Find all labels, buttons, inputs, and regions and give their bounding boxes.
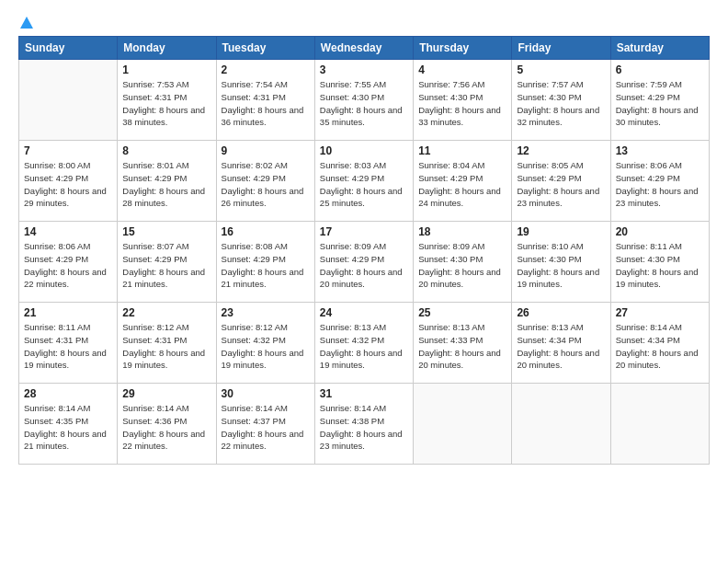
day-number: 2 <box>222 63 310 76</box>
day-number: 13 <box>616 144 704 157</box>
day-cell: 17 Sunrise: 8:09 AMSunset: 4:29 PMDaylig… <box>314 222 413 303</box>
day-info: Sunrise: 8:14 AMSunset: 4:38 PMDaylight:… <box>320 402 408 453</box>
day-info: Sunrise: 8:09 AMSunset: 4:30 PMDaylight:… <box>418 240 506 291</box>
day-number: 18 <box>418 225 506 238</box>
day-number: 22 <box>122 306 210 319</box>
weekday-header-monday: Monday <box>118 37 216 60</box>
day-number: 19 <box>517 225 605 238</box>
day-info: Sunrise: 8:08 AMSunset: 4:29 PMDaylight:… <box>222 240 310 291</box>
day-number: 7 <box>24 144 112 157</box>
weekday-header-friday: Friday <box>512 37 610 60</box>
day-cell: 15 Sunrise: 8:07 AMSunset: 4:29 PMDaylig… <box>118 222 216 303</box>
day-cell <box>610 384 709 465</box>
day-number: 23 <box>222 306 310 319</box>
day-cell: 26 Sunrise: 8:13 AMSunset: 4:34 PMDaylig… <box>512 303 610 384</box>
day-number: 20 <box>616 225 704 238</box>
day-cell: 24 Sunrise: 8:13 AMSunset: 4:32 PMDaylig… <box>314 303 413 384</box>
day-number: 25 <box>418 306 506 319</box>
day-info: Sunrise: 8:14 AMSunset: 4:36 PMDaylight:… <box>122 402 210 453</box>
week-row-2: 7 Sunrise: 8:00 AMSunset: 4:29 PMDayligh… <box>19 141 710 222</box>
day-info: Sunrise: 8:11 AMSunset: 4:31 PMDaylight:… <box>24 321 112 372</box>
day-number: 1 <box>122 63 210 76</box>
day-info: Sunrise: 8:13 AMSunset: 4:34 PMDaylight:… <box>517 321 605 372</box>
header <box>18 17 710 27</box>
week-row-1: 1 Sunrise: 7:53 AMSunset: 4:31 PMDayligh… <box>19 60 710 141</box>
day-cell <box>19 60 118 141</box>
day-info: Sunrise: 8:06 AMSunset: 4:29 PMDaylight:… <box>616 159 704 210</box>
weekday-header-tuesday: Tuesday <box>216 37 314 60</box>
day-number: 24 <box>320 306 408 319</box>
day-cell: 10 Sunrise: 8:03 AMSunset: 4:29 PMDaylig… <box>314 141 413 222</box>
weekday-header-wednesday: Wednesday <box>314 37 413 60</box>
day-number: 15 <box>122 225 210 238</box>
day-cell: 22 Sunrise: 8:12 AMSunset: 4:31 PMDaylig… <box>118 303 216 384</box>
day-info: Sunrise: 8:12 AMSunset: 4:31 PMDaylight:… <box>122 321 210 372</box>
weekday-header-saturday: Saturday <box>610 37 709 60</box>
day-number: 8 <box>122 144 210 157</box>
weekday-header-row: SundayMondayTuesdayWednesdayThursdayFrid… <box>19 37 710 60</box>
day-info: Sunrise: 8:11 AMSunset: 4:30 PMDaylight:… <box>616 240 704 291</box>
day-info: Sunrise: 8:02 AMSunset: 4:29 PMDaylight:… <box>222 159 310 210</box>
day-info: Sunrise: 7:59 AMSunset: 4:29 PMDaylight:… <box>616 78 704 129</box>
day-cell: 12 Sunrise: 8:05 AMSunset: 4:29 PMDaylig… <box>512 141 610 222</box>
day-cell: 14 Sunrise: 8:06 AMSunset: 4:29 PMDaylig… <box>19 222 118 303</box>
day-number: 12 <box>517 144 605 157</box>
day-info: Sunrise: 7:53 AMSunset: 4:31 PMDaylight:… <box>122 78 210 129</box>
day-cell: 25 Sunrise: 8:13 AMSunset: 4:33 PMDaylig… <box>414 303 512 384</box>
day-number: 31 <box>320 387 408 400</box>
day-info: Sunrise: 7:56 AMSunset: 4:30 PMDaylight:… <box>418 78 506 129</box>
day-number: 10 <box>320 144 408 157</box>
week-row-5: 28 Sunrise: 8:14 AMSunset: 4:35 PMDaylig… <box>19 384 710 465</box>
day-number: 11 <box>418 144 506 157</box>
day-cell: 6 Sunrise: 7:59 AMSunset: 4:29 PMDayligh… <box>610 60 709 141</box>
day-info: Sunrise: 7:54 AMSunset: 4:31 PMDaylight:… <box>222 78 310 129</box>
day-cell: 8 Sunrise: 8:01 AMSunset: 4:29 PMDayligh… <box>118 141 216 222</box>
day-cell: 13 Sunrise: 8:06 AMSunset: 4:29 PMDaylig… <box>610 141 709 222</box>
day-info: Sunrise: 8:14 AMSunset: 4:35 PMDaylight:… <box>24 402 112 453</box>
day-cell <box>512 384 610 465</box>
day-number: 9 <box>222 144 310 157</box>
day-info: Sunrise: 8:10 AMSunset: 4:30 PMDaylight:… <box>517 240 605 291</box>
day-info: Sunrise: 8:01 AMSunset: 4:29 PMDaylight:… <box>122 159 210 210</box>
day-cell: 18 Sunrise: 8:09 AMSunset: 4:30 PMDaylig… <box>414 222 512 303</box>
day-cell: 21 Sunrise: 8:11 AMSunset: 4:31 PMDaylig… <box>19 303 118 384</box>
day-number: 4 <box>418 63 506 76</box>
logo <box>18 17 33 27</box>
weekday-header-thursday: Thursday <box>414 37 512 60</box>
day-info: Sunrise: 7:57 AMSunset: 4:30 PMDaylight:… <box>517 78 605 129</box>
day-cell: 27 Sunrise: 8:14 AMSunset: 4:34 PMDaylig… <box>610 303 709 384</box>
logo-triangle-icon <box>20 17 33 29</box>
day-number: 16 <box>222 225 310 238</box>
day-cell: 23 Sunrise: 8:12 AMSunset: 4:32 PMDaylig… <box>216 303 314 384</box>
day-cell: 29 Sunrise: 8:14 AMSunset: 4:36 PMDaylig… <box>118 384 216 465</box>
day-cell: 28 Sunrise: 8:14 AMSunset: 4:35 PMDaylig… <box>19 384 118 465</box>
day-number: 5 <box>517 63 605 76</box>
day-number: 17 <box>320 225 408 238</box>
day-cell: 16 Sunrise: 8:08 AMSunset: 4:29 PMDaylig… <box>216 222 314 303</box>
calendar-page: SundayMondayTuesdayWednesdayThursdayFrid… <box>0 0 728 563</box>
day-info: Sunrise: 8:12 AMSunset: 4:32 PMDaylight:… <box>222 321 310 372</box>
day-number: 6 <box>616 63 704 76</box>
day-info: Sunrise: 8:00 AMSunset: 4:29 PMDaylight:… <box>24 159 112 210</box>
day-info: Sunrise: 8:14 AMSunset: 4:37 PMDaylight:… <box>222 402 310 453</box>
day-info: Sunrise: 7:55 AMSunset: 4:30 PMDaylight:… <box>320 78 408 129</box>
week-row-3: 14 Sunrise: 8:06 AMSunset: 4:29 PMDaylig… <box>19 222 710 303</box>
day-info: Sunrise: 8:04 AMSunset: 4:29 PMDaylight:… <box>418 159 506 210</box>
day-info: Sunrise: 8:14 AMSunset: 4:34 PMDaylight:… <box>616 321 704 372</box>
day-cell: 7 Sunrise: 8:00 AMSunset: 4:29 PMDayligh… <box>19 141 118 222</box>
day-cell: 20 Sunrise: 8:11 AMSunset: 4:30 PMDaylig… <box>610 222 709 303</box>
day-number: 28 <box>24 387 112 400</box>
day-cell: 31 Sunrise: 8:14 AMSunset: 4:38 PMDaylig… <box>314 384 413 465</box>
day-number: 27 <box>616 306 704 319</box>
day-number: 14 <box>24 225 112 238</box>
day-info: Sunrise: 8:09 AMSunset: 4:29 PMDaylight:… <box>320 240 408 291</box>
day-cell: 1 Sunrise: 7:53 AMSunset: 4:31 PMDayligh… <box>118 60 216 141</box>
day-info: Sunrise: 8:06 AMSunset: 4:29 PMDaylight:… <box>24 240 112 291</box>
day-info: Sunrise: 8:05 AMSunset: 4:29 PMDaylight:… <box>517 159 605 210</box>
day-number: 3 <box>320 63 408 76</box>
day-cell <box>414 384 512 465</box>
day-cell: 19 Sunrise: 8:10 AMSunset: 4:30 PMDaylig… <box>512 222 610 303</box>
day-info: Sunrise: 8:03 AMSunset: 4:29 PMDaylight:… <box>320 159 408 210</box>
day-cell: 3 Sunrise: 7:55 AMSunset: 4:30 PMDayligh… <box>314 60 413 141</box>
day-number: 29 <box>122 387 210 400</box>
